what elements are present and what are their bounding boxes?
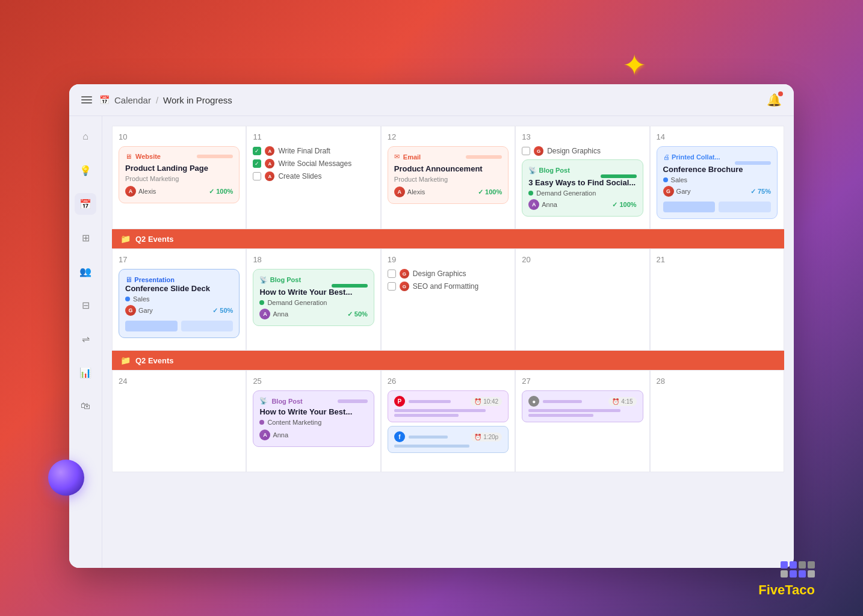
day-24-num: 24 <box>119 377 240 386</box>
sidebar-item-ideas[interactable]: 💡 <box>75 159 96 181</box>
day-18: 18 📡 Blog Post How to Write Your Best...… <box>246 248 380 351</box>
sep-icon-2: 📁 <box>120 356 131 365</box>
card-blog-2[interactable]: 📡 Blog Post How to Write Your Best... De… <box>253 269 374 326</box>
dot-blue-2 <box>125 297 130 301</box>
blog-progress-purple <box>338 399 368 403</box>
blog-type-purple: Blog Post <box>271 398 302 405</box>
pinterest-bar <box>409 400 451 403</box>
sidebar-item-calendar[interactable]: 📅 <box>75 193 96 215</box>
person-gary-2: Gary <box>138 307 153 314</box>
check-avatar-seo: G <box>400 282 409 291</box>
pint-line-1 <box>394 409 486 412</box>
brand-second: Taco <box>785 582 815 597</box>
breadcrumb-root[interactable]: Calendar <box>114 95 151 105</box>
breadcrumb: 📅 Calendar / Work in Progress <box>99 95 232 105</box>
card-subtitle-pm2: Product Marketing <box>394 176 502 183</box>
day-12-num: 12 <box>388 132 509 141</box>
card-type-blog-1: Blog Post <box>539 167 570 174</box>
seo-label: SEO and Formatting <box>413 282 478 291</box>
day-19-num: 19 <box>388 255 509 264</box>
avatar-alexis: A <box>125 186 136 197</box>
day-21-num: 21 <box>657 255 778 264</box>
checklist-label-1: Write Final Draft <box>278 147 330 155</box>
day-19: 19 G Design Graphics G SEO and Formattin… <box>381 248 515 351</box>
day-10: 10 🖥 Website Product Landing Page Produc… <box>112 126 246 229</box>
gen-line-1 <box>528 409 620 412</box>
fb-line-1 <box>394 445 470 448</box>
checklist-item-1: ✓ A Write Final Draft <box>253 146 374 156</box>
social-card-facebook[interactable]: f ⏰1:20p <box>388 426 509 453</box>
card-title-blog-purple: How to Write Your Best... <box>259 407 367 416</box>
card-type-printed: Printed Collat... <box>672 153 720 161</box>
pinterest-time: ⏰10:42 <box>471 397 502 406</box>
sales-text-1: Sales <box>671 176 688 183</box>
pint-line-2 <box>394 414 459 417</box>
dot3 <box>799 561 806 568</box>
person-gary-1: Gary <box>676 188 691 195</box>
social-card-pinterest[interactable]: P ⏰10:42 <box>388 390 509 422</box>
design-label-2: Design Graphics <box>413 270 466 278</box>
card-actions-presentation <box>125 321 233 331</box>
day-25: 25 📡 Blog Post How to Write Your Best...… <box>246 370 380 472</box>
percent-75: ✓ 75% <box>750 188 771 196</box>
presentation-icon: 🖥 <box>125 276 132 284</box>
sidebar-item-chart[interactable]: 📊 <box>75 362 96 383</box>
content-mkt-text: Content Marketing <box>267 419 321 426</box>
sales-text-2: Sales <box>133 295 150 303</box>
breadcrumb-current: Work in Progress <box>163 95 232 105</box>
dot6 <box>790 570 797 578</box>
dot8 <box>808 570 815 578</box>
sidebar-item-home[interactable]: ⌂ <box>75 126 96 147</box>
check-1: ✓ <box>253 147 261 155</box>
pinterest-icon: P <box>394 396 405 407</box>
day-17-num: 17 <box>119 255 240 264</box>
pres-action-2 <box>181 321 234 331</box>
card-blog-1[interactable]: 📡 Blog Post 3 Easy Ways to Find Social..… <box>522 159 643 217</box>
dot-purple-1 <box>259 420 264 425</box>
generic-lines <box>528 409 636 417</box>
day-17: 17 🖥 Presentation Conference Slide Deck … <box>112 248 246 351</box>
print-icon: 🖨 <box>663 153 670 161</box>
day-14: 14 🖨 Printed Collat... Conference Brochu… <box>650 126 784 229</box>
day-13: 13 G Design Graphics 📡 Blog Post 3 Easy … <box>515 126 649 229</box>
sales-label: Sales <box>663 176 771 183</box>
hamburger-menu[interactable] <box>81 96 92 103</box>
avatar-anna-2: A <box>259 309 270 319</box>
card-presentation[interactable]: 🖥 Presentation Conference Slide Deck Sal… <box>119 269 240 338</box>
social-card-generic[interactable]: ● ⏰4:15 <box>522 390 643 422</box>
dot-green-2 <box>259 300 264 305</box>
design-label-1: Design Graphics <box>547 147 601 155</box>
check-design-2 <box>388 270 396 278</box>
calendar-icon: 📅 <box>99 95 110 105</box>
notification-button[interactable]: 🔔 <box>767 93 782 107</box>
day-27: 27 ● ⏰4:15 <box>515 370 649 472</box>
star-decoration <box>622 48 658 84</box>
brand-dots <box>781 561 815 578</box>
percent-50-2: ✓ 50% <box>347 310 368 318</box>
separator-q2-events-2: 📁 Q2 Events <box>112 351 784 370</box>
check-avatar-design: G <box>534 146 543 156</box>
card-blog-purple[interactable]: 📡 Blog Post How to Write Your Best... Co… <box>253 390 374 447</box>
sidebar-item-users[interactable]: 👥 <box>75 260 96 282</box>
percent-50: ✓ 50% <box>212 307 233 315</box>
sidebar-item-grid[interactable]: ⊞ <box>75 227 96 248</box>
card-type-presentation: Presentation <box>134 276 175 283</box>
card-email[interactable]: ✉ Email Product Announcement Product Mar… <box>388 146 509 204</box>
blog-icon-purple: 📡 <box>259 397 268 405</box>
sidebar-item-shuffle[interactable]: ⇌ <box>75 328 96 350</box>
card-title-announcement: Product Announcement <box>394 164 502 173</box>
demand-gen-label: Demand Generation <box>528 189 636 197</box>
sidebar-item-layout[interactable]: ⊟ <box>75 294 96 316</box>
dot2 <box>790 561 797 568</box>
card-printed[interactable]: 🖨 Printed Collat... Conference Brochure … <box>657 146 778 219</box>
dot1 <box>781 561 788 568</box>
card-website[interactable]: 🖥 Website Product Landing Page Product M… <box>119 146 240 203</box>
day-25-num: 25 <box>253 377 374 386</box>
checklist-label-2: Write Social Messages <box>278 159 351 168</box>
facebook-bar <box>409 436 448 439</box>
check-avatar-3: A <box>265 171 274 181</box>
email-icon: ✉ <box>394 153 400 161</box>
person-alexis-2: Alexis <box>407 188 425 196</box>
sidebar-item-bag[interactable]: 🛍 <box>75 395 96 417</box>
week-1: 10 🖥 Website Product Landing Page Produc… <box>112 126 784 229</box>
